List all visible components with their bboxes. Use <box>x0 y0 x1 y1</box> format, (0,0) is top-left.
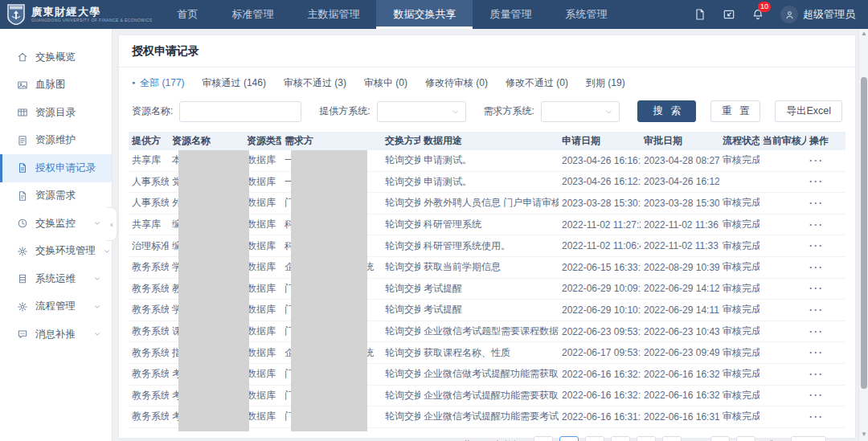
scrollbar-down-arrow[interactable]: ▼ <box>859 430 868 439</box>
sidebar-item-流程管理[interactable]: 流程管理 <box>0 293 112 321</box>
row-actions-button[interactable]: ··· <box>809 347 824 358</box>
user-name: 超级管理员 <box>803 7 855 22</box>
redaction-overlay-consumer <box>291 150 367 431</box>
cell-provider: 教务系统 <box>129 410 169 423</box>
sidebar-item-资源维护[interactable]: 资源维护 <box>0 127 112 155</box>
page-button-1[interactable]: 1 <box>559 436 579 441</box>
sidebar-item-交换监控[interactable]: 交换监控 <box>0 210 112 238</box>
filter-tab-修改待审核[interactable]: 修改待审核 (0) <box>425 76 488 90</box>
row-actions-button[interactable]: ··· <box>809 326 824 337</box>
consumer-system-label: 需求方系统: <box>484 104 534 118</box>
university-name: 廣東財經大學 <box>31 6 152 18</box>
filter-tab-修改不通过[interactable]: 修改不通过 (0) <box>506 76 568 90</box>
cell-approve_date: 2022-06-16 16:32:14 <box>641 390 719 401</box>
row-actions-button[interactable]: ··· <box>809 411 824 423</box>
nav-item-系统管理[interactable]: 系统管理 <box>548 0 624 29</box>
screen-shortcut-icon[interactable] <box>723 8 735 21</box>
cell-exchange: 轮询交换 <box>382 260 420 274</box>
reset-button[interactable]: 重 置 <box>710 100 760 122</box>
consumer-system-select[interactable] <box>541 101 620 122</box>
cell-type: 数据库 <box>244 153 281 167</box>
cell-type: 数据库 <box>244 196 281 210</box>
row-actions-button[interactable]: ··· <box>809 283 824 294</box>
cell-purpose: 申请测试。 <box>420 153 559 167</box>
row-actions-button[interactable]: ··· <box>809 176 824 187</box>
filter-tab-到期[interactable]: 到期 (19) <box>586 76 625 90</box>
row-actions-button[interactable]: ··· <box>809 262 824 273</box>
user-menu[interactable]: 超级管理员 <box>780 6 855 23</box>
sidebar-item-label: 系统运维 <box>35 272 76 286</box>
nav-item-主数据管理[interactable]: 主数据管理 <box>290 0 376 29</box>
next-page-button[interactable]: > <box>736 436 755 441</box>
sidebar-collapse-handle[interactable]: ‹ <box>107 207 117 241</box>
filter-tab-审核中[interactable]: 审核中 (0) <box>364 76 407 90</box>
cell-status: 审核完成 <box>719 346 760 360</box>
cell-type: 数据库 <box>244 410 281 423</box>
cell-approve_date: 2022-06-16 16:31:28 <box>641 411 719 423</box>
nav-item-首页[interactable]: 首页 <box>160 0 215 29</box>
sidebar-item-资源目录[interactable]: 资源目录 <box>0 99 112 127</box>
process-icon <box>17 301 28 312</box>
page-button-4[interactable]: 4 <box>637 436 656 441</box>
row-actions-button[interactable]: ··· <box>809 198 824 209</box>
scrollbar-up-arrow[interactable]: ▲ <box>859 29 868 39</box>
column-header-资源名称: 资源名称 <box>169 134 244 148</box>
column-header-资源类型: 资源类型 <box>244 134 281 148</box>
nav-item-标准管理[interactable]: 标准管理 <box>215 0 290 29</box>
cell-purpose: 企业微信考试提醒功能需要获取考... <box>420 389 559 402</box>
column-header-提供方: 提供方 <box>129 134 169 148</box>
filter-tab-审核不通过[interactable]: 审核不通过 (3) <box>284 76 346 90</box>
cell-type: 数据库 <box>244 175 281 189</box>
sidebar-item-系统运维[interactable]: 系统运维 <box>0 265 112 293</box>
cell-apply_date: 2022-06-29 10:10:01 <box>559 304 641 316</box>
page-number-list: 12345···14 <box>559 436 730 441</box>
search-button[interactable]: 搜 索 <box>637 100 695 122</box>
row-actions-button[interactable]: ··· <box>809 240 824 251</box>
row-actions-button[interactable]: ··· <box>809 219 824 231</box>
sidebar-item-血脉图[interactable]: 血脉图 <box>0 71 112 100</box>
sidebar-item-交换概览[interactable]: 交换概览 <box>0 43 112 71</box>
cell-status: 审核完成 <box>719 196 760 210</box>
cell-exchange: 轮询交换 <box>382 175 420 189</box>
prev-page-button[interactable]: < <box>534 436 553 441</box>
page-ellipsis[interactable]: ··· <box>688 436 704 441</box>
filter-tab-全部[interactable]: 全部 (177) <box>132 76 185 90</box>
cell-apply_date: 2022-06-29 10:09:36 <box>559 283 641 294</box>
provider-system-select[interactable] <box>377 101 466 122</box>
cell-type: 数据库 <box>244 260 281 274</box>
filter-tab-审核通过[interactable]: 审核通过 (146) <box>203 76 266 90</box>
row-actions-button[interactable]: ··· <box>809 304 824 316</box>
sidebar-item-label: 资源维护 <box>35 133 76 147</box>
export-excel-button[interactable]: 导出Excel <box>775 100 842 122</box>
resource-name-input[interactable] <box>179 101 301 122</box>
sidebar-item-资源需求[interactable]: 资源需求 <box>0 182 112 210</box>
jump-page-input[interactable] <box>791 436 826 441</box>
row-actions-button[interactable]: ··· <box>809 369 824 380</box>
page-button-5[interactable]: 5 <box>662 436 682 441</box>
page-button-14[interactable]: 14 <box>710 436 730 441</box>
notifications-bell-icon[interactable]: 10 <box>751 8 764 21</box>
cell-status: 审核完成 <box>719 389 760 402</box>
page-button-2[interactable]: 2 <box>585 436 604 441</box>
sidebar-item-label: 交换环境管理 <box>35 244 96 258</box>
records-icon <box>17 162 28 174</box>
column-header-交换方式: 交换方式 <box>382 134 420 148</box>
cell-purpose: 科研管理系统 <box>420 218 559 231</box>
cell-purpose: 企业微信考试提醒功能需要考试数据 <box>420 410 559 423</box>
page-button-3[interactable]: 3 <box>611 436 630 441</box>
row-actions-button[interactable]: ··· <box>809 155 824 166</box>
cell-exchange: 轮询交换 <box>382 367 420 381</box>
scrollbar-thumb[interactable] <box>861 77 867 389</box>
nav-item-质量管理[interactable]: 质量管理 <box>473 0 548 29</box>
nav-item-数据交换共享[interactable]: 数据交换共享 <box>376 0 473 29</box>
table-header-row: 提供方资源名称资源类型需求方交换方式数据用途申请日期审批日期流程状态当前审核人操… <box>129 132 845 150</box>
document-icon[interactable] <box>694 8 706 21</box>
sidebar-item-授权申请记录[interactable]: 授权申请记录 <box>0 154 112 182</box>
notification-badge: 10 <box>758 2 771 12</box>
cell-status: 审核完成 <box>719 260 760 274</box>
sidebar-item-交换环境管理[interactable]: 交换环境管理 <box>0 238 112 266</box>
sidebar-item-消息补推[interactable]: 消息补推 <box>0 321 112 349</box>
cell-provider: 共享库 <box>129 218 169 231</box>
row-actions-button[interactable]: ··· <box>809 390 824 401</box>
cell-purpose: 企业微信考试题型需要课程数据 <box>420 325 559 338</box>
